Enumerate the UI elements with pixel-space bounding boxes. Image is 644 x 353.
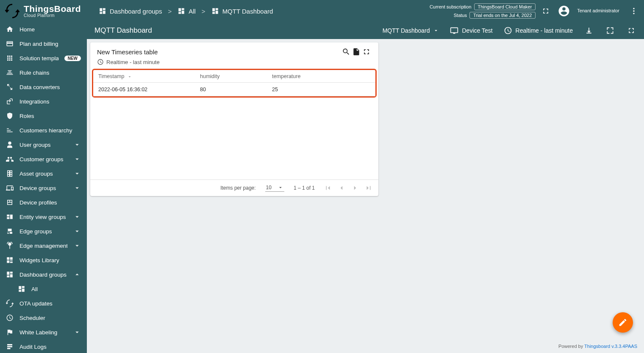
brand-subtitle: Cloud Platform [24,13,81,18]
sidebar-item-label: Edge management [19,243,67,249]
sidebar-item-label: All [31,286,81,292]
sidebar-item[interactable]: Audit Logs [0,339,87,353]
items-per-page-value: 10 [266,185,272,191]
product-link[interactable]: Thingsboard v.3.3.4PAAS [584,344,637,349]
cell-temperature: 25 [272,87,370,92]
sidebar-item[interactable]: Device profiles [0,195,87,210]
timewindow-label: Realtime - last minute [516,27,573,34]
shield-icon [6,112,14,120]
sidebar-item-label: Audit Logs [19,344,81,350]
pagination-range: 1 – 1 of 1 [294,185,315,191]
cell-timestamp: 2022-06-05 16:36:02 [98,87,200,92]
integration-icon [6,98,14,105]
dashboard-icon [178,7,185,15]
ota-icon [6,300,14,307]
clock-icon [504,26,512,35]
sidebar-item[interactable]: Widgets Library [0,253,87,267]
widget-export-button[interactable] [351,47,361,57]
sidebar-item[interactable]: Asset groups [0,166,87,181]
profile-icon [6,199,14,206]
subscription-label: Current subscription [430,4,471,9]
sidebar-item[interactable]: OTA updates [0,296,87,311]
dashboard-selector[interactable]: MQTT Dashboard [383,27,439,34]
sidebar-item[interactable]: Home [0,22,87,36]
items-per-page-select[interactable]: 10 [265,185,284,192]
timeseries-widget: New Timeseries table Realtime - last min… [90,42,378,196]
table-row[interactable]: 2022-06-05 16:36:02 80 25 [93,83,375,96]
fullscreen-toolbar-button[interactable] [626,25,636,36]
page-first-button[interactable] [324,184,332,192]
subscription-plan-chip[interactable]: ThingsBoard Cloud Maker [474,3,536,10]
dashboard-selector-label: MQTT Dashboard [383,27,430,34]
sidebar-item-label: Widgets Library [19,257,81,263]
sidebar-item-label: OTA updates [19,300,81,307]
sidebar-item[interactable]: Dashboard groups [0,267,87,282]
widget-timewindow[interactable]: Realtime - last minute [90,57,378,69]
trial-status-chip[interactable]: Trial ends on the Jul 4, 2022 [469,12,536,19]
convert-icon [6,83,14,91]
more-button[interactable] [629,6,639,16]
sidebar-item[interactable]: Plan and billing [0,36,87,51]
column-header-humidity[interactable]: humidity [200,73,272,79]
timewindow-button[interactable]: Realtime - last minute [504,26,573,35]
fullscreen-button[interactable] [541,6,551,16]
sidebar-item[interactable]: Device groups [0,181,87,195]
avatar-icon[interactable] [558,5,570,17]
sidebar-item[interactable]: Solution templatesNEW [0,51,87,65]
sidebar-item-label: Plan and billing [19,41,81,47]
sidebar-child-item[interactable]: All [0,282,87,296]
fullscreen-icon [627,26,636,35]
breadcrumb-item[interactable]: MQTT Dashboard [211,7,273,15]
user-icon [6,141,14,148]
audit-icon [6,343,14,350]
sidebar-item-label: Entity view groups [19,214,67,220]
card-icon [6,40,14,48]
page-last-button[interactable] [365,184,372,192]
breadcrumb-separator: > [168,8,172,15]
breadcrumb-item[interactable]: All [178,7,196,15]
column-header-timestamp[interactable]: Timestamp [98,73,200,79]
powered-by-label: Powered by [558,344,583,349]
sidebar-item[interactable]: Edge management [0,238,87,253]
chevron-down-icon [73,141,81,148]
sidebar-item[interactable]: Integrations [0,94,87,109]
sidebar-item[interactable]: Data converters [0,80,87,94]
device-alias-label: Device Test [462,27,492,34]
sidebar-item[interactable]: Customers hierarchy [0,123,87,137]
sidebar-item[interactable]: Roles [0,109,87,123]
main: MQTT Dashboard MQTT Dashboard Device Tes… [87,22,644,353]
page-next-button[interactable] [351,184,359,192]
brand-name: ThingsBoard [24,4,81,13]
column-header-temperature[interactable]: temperature [272,73,370,79]
page-title: MQTT Dashboard [94,26,152,35]
column-header-label: Timestamp [98,73,124,79]
export-button[interactable] [584,25,594,36]
page-prev-button[interactable] [338,184,345,192]
items-per-page-label: Items per page: [220,185,255,191]
sidebar-item[interactable]: Edge groups [0,224,87,238]
device-alias-button[interactable]: Device Test [450,26,492,35]
sidebar-item-label: White Labeling [19,329,67,336]
widget-header: New Timeseries table [90,42,378,57]
dashboard-icon [99,7,106,15]
arrow-down-icon [278,185,283,191]
sidebar-item[interactable]: Rule chains [0,65,87,80]
sidebar-item[interactable]: Customer groups [0,152,87,166]
widget-fullscreen-button[interactable] [361,47,372,57]
sidebar-item[interactable]: Entity view groups [0,210,87,224]
edit-dashboard-fab[interactable] [613,312,633,333]
sidebar-item-label: Data converters [19,84,81,90]
breadcrumb-item[interactable]: Dashboard groups [99,7,162,15]
sidebar-item-label: Integrations [19,98,81,105]
sidebar-item[interactable]: User groups [0,137,87,152]
sidebar-item[interactable]: Scheduler [0,311,87,325]
widget-search-button[interactable] [341,47,351,57]
view-icon [6,213,14,221]
widget-title: New Timeseries table [97,48,341,56]
dashboard-toolbar: MQTT Dashboard MQTT Dashboard Device Tes… [87,22,644,39]
screen-mode-button[interactable] [605,25,615,36]
user-info[interactable]: Tenant administrator [577,8,619,14]
logo-block[interactable]: ThingsBoard Cloud Platform [0,4,87,18]
sidebar-item[interactable]: White Labeling [0,325,87,339]
fullscreen-icon [541,7,550,15]
